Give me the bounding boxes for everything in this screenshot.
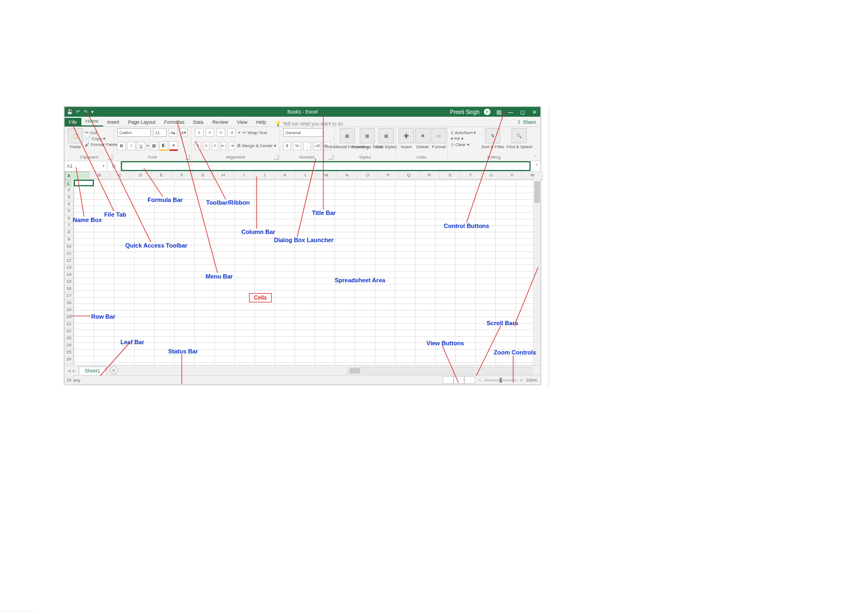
fill-color-button[interactable]: ◧ bbox=[159, 141, 168, 151]
row-header-24[interactable]: 24 bbox=[65, 343, 73, 350]
scrollbar-thumb[interactable] bbox=[534, 181, 540, 203]
share-button[interactable]: ⇪ Share bbox=[513, 118, 540, 126]
align-middle-icon[interactable]: ≡ bbox=[206, 128, 214, 137]
shrink-font-button[interactable]: A▾ bbox=[180, 128, 188, 137]
add-sheet-button[interactable]: + bbox=[110, 366, 118, 375]
row-header-13[interactable]: 13 bbox=[65, 265, 73, 272]
vertical-scrollbar[interactable] bbox=[533, 179, 540, 365]
tab-review[interactable]: Review bbox=[208, 118, 233, 126]
col-header-W[interactable]: W bbox=[522, 172, 543, 179]
row-header-20[interactable]: 20 bbox=[65, 314, 73, 321]
align-bottom-icon[interactable]: ≡ bbox=[216, 128, 225, 137]
col-header-F[interactable]: F bbox=[172, 172, 193, 179]
row-header-3[interactable]: 3 bbox=[65, 194, 73, 201]
row-header-25[interactable]: 25 bbox=[65, 350, 73, 357]
row-header-19[interactable]: 19 bbox=[65, 307, 73, 314]
increase-decimal-icon[interactable]: ◅0 bbox=[313, 142, 321, 150]
tab-data[interactable]: Data bbox=[189, 118, 208, 126]
tab-help[interactable]: Help bbox=[252, 118, 271, 126]
undo-icon[interactable]: ↶ bbox=[76, 109, 80, 115]
paste-icon[interactable]: 📋 bbox=[68, 128, 83, 143]
currency-icon[interactable]: $ bbox=[283, 142, 291, 150]
comma-icon[interactable]: , bbox=[303, 142, 311, 150]
tab-page-layout[interactable]: Page Layout bbox=[124, 118, 160, 126]
row-header-5[interactable]: 5 bbox=[65, 208, 73, 216]
row-header-6[interactable]: 6 bbox=[65, 216, 73, 223]
clear-button[interactable]: ◇ Clear ▾ bbox=[451, 142, 476, 147]
row-header-2[interactable]: 2 bbox=[65, 187, 73, 194]
col-header-N[interactable]: N bbox=[337, 172, 358, 179]
col-header-P[interactable]: P bbox=[378, 172, 399, 179]
prev-sheet-icon[interactable]: ◂ bbox=[68, 368, 71, 374]
dialog-launcher-alignment[interactable] bbox=[273, 155, 278, 160]
tab-file[interactable]: File bbox=[65, 118, 81, 126]
name-box-dropdown-icon[interactable]: ▾ bbox=[103, 164, 105, 168]
horizontal-scrollbar[interactable] bbox=[347, 367, 533, 375]
col-header-L[interactable]: L bbox=[296, 172, 316, 179]
next-sheet-icon[interactable]: ▸ bbox=[73, 368, 75, 374]
dialog-launcher-number[interactable] bbox=[328, 155, 333, 160]
customize-qat-icon[interactable]: ▾ bbox=[91, 109, 94, 115]
close-button[interactable]: ✕ bbox=[531, 109, 538, 115]
tab-view[interactable]: View bbox=[233, 118, 252, 126]
underline-button[interactable]: U bbox=[137, 142, 145, 150]
conditional-formatting-icon[interactable]: ▦ bbox=[340, 128, 355, 143]
row-header-14[interactable]: 14 bbox=[65, 272, 73, 279]
maximize-button[interactable]: ◻ bbox=[519, 109, 526, 115]
col-header-E[interactable]: E bbox=[151, 172, 172, 179]
col-header-J[interactable]: J bbox=[254, 172, 275, 179]
sort-filter-icon[interactable]: ⇅ bbox=[485, 128, 500, 143]
scrollbar-thumb[interactable] bbox=[349, 368, 360, 374]
format-as-table-icon[interactable]: ▦ bbox=[360, 128, 375, 143]
font-size-select[interactable]: 11 bbox=[153, 128, 167, 137]
row-header-12[interactable]: 12 bbox=[65, 258, 73, 265]
insert-cells-icon[interactable]: ➕ bbox=[399, 128, 414, 143]
column-headers[interactable]: ABCDEFGHIJKLMNOPQRSTUVW bbox=[65, 172, 543, 180]
format-cells-icon[interactable]: ▭ bbox=[431, 128, 446, 143]
row-header-29[interactable]: 29 bbox=[65, 378, 73, 385]
insert-function-button[interactable]: fx bbox=[107, 161, 121, 171]
user-name[interactable]: Preeti Singh bbox=[450, 109, 480, 115]
row-headers[interactable]: 1234567891011121314151617181920212223242… bbox=[65, 180, 74, 385]
col-header-A[interactable]: A bbox=[65, 172, 90, 180]
dialog-launcher-font[interactable] bbox=[185, 155, 190, 160]
col-header-K[interactable]: K bbox=[275, 172, 296, 179]
minimize-button[interactable]: — bbox=[507, 109, 514, 115]
row-header-10[interactable]: 10 bbox=[65, 244, 73, 251]
col-header-V[interactable]: V bbox=[502, 172, 522, 179]
row-header-23[interactable]: 23 bbox=[65, 336, 73, 343]
formula-bar[interactable] bbox=[121, 161, 531, 171]
ribbon-display-icon[interactable]: ▤ bbox=[495, 109, 502, 115]
sheet-tab[interactable]: Sheet1 bbox=[79, 366, 106, 375]
row-header-16[interactable]: 16 bbox=[65, 286, 73, 293]
font-family-select[interactable]: Calibri bbox=[117, 128, 151, 137]
row-header-26[interactable]: 26 bbox=[65, 357, 73, 364]
align-left-icon[interactable]: ≡ bbox=[195, 142, 201, 150]
col-header-I[interactable]: I bbox=[234, 172, 254, 179]
border-button[interactable]: ▦ bbox=[150, 142, 158, 150]
tab-home[interactable]: Home bbox=[81, 117, 103, 126]
indent-dec-icon[interactable]: ⇤ bbox=[220, 142, 227, 150]
row-header-7[interactable]: 7 bbox=[65, 223, 73, 230]
row-header-1[interactable]: 1 bbox=[65, 180, 71, 187]
delete-cells-icon[interactable]: ✖ bbox=[415, 128, 430, 143]
col-header-G[interactable]: G bbox=[193, 172, 213, 179]
fill-button[interactable]: ▾ Fill ▾ bbox=[451, 136, 476, 141]
save-icon[interactable]: 💾 bbox=[67, 109, 73, 115]
italic-button[interactable]: I bbox=[127, 142, 136, 150]
collapse-ribbon-icon[interactable]: ˄ bbox=[531, 155, 539, 160]
col-header-T[interactable]: T bbox=[461, 172, 481, 179]
find-select-icon[interactable]: 🔍 bbox=[512, 128, 527, 143]
align-center-icon[interactable]: ≡ bbox=[203, 142, 210, 150]
percent-icon[interactable]: % bbox=[293, 142, 301, 150]
tell-me-search[interactable]: 💡 Tell me what you want to do bbox=[275, 121, 343, 126]
row-header-21[interactable]: 21 bbox=[65, 321, 73, 328]
row-header-15[interactable]: 15 bbox=[65, 279, 73, 286]
sheet-nav[interactable]: ◂▸ bbox=[65, 368, 79, 374]
expand-formula-bar-icon[interactable]: ˅ bbox=[533, 161, 540, 171]
col-header-H[interactable]: H bbox=[213, 172, 234, 179]
row-header-11[interactable]: 11 bbox=[65, 251, 73, 258]
tab-formulas[interactable]: Formulas bbox=[160, 118, 189, 126]
cell-styles-icon[interactable]: ▦ bbox=[379, 128, 394, 143]
wrap-text-button[interactable]: ↩ Wrap Text bbox=[242, 130, 267, 135]
